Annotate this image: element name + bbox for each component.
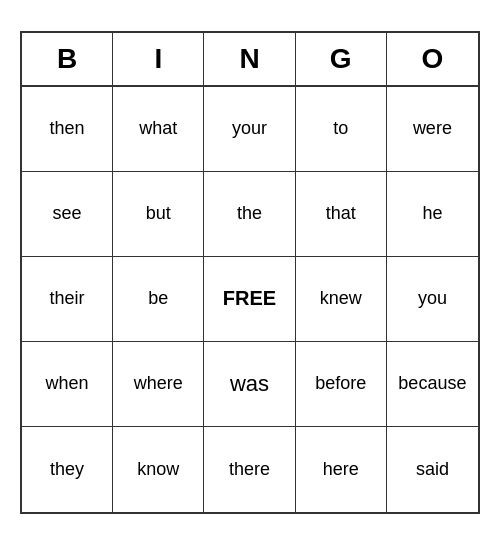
- cell-2-1[interactable]: be: [113, 257, 204, 342]
- bingo-card: B I N G O then what your to were see but…: [20, 31, 480, 514]
- header-o: O: [387, 33, 478, 85]
- cell-4-0[interactable]: they: [22, 427, 113, 512]
- cell-0-3[interactable]: to: [296, 87, 387, 172]
- header-g: G: [296, 33, 387, 85]
- cell-2-0[interactable]: their: [22, 257, 113, 342]
- cell-2-3[interactable]: knew: [296, 257, 387, 342]
- cell-1-2[interactable]: the: [204, 172, 295, 257]
- cell-0-1[interactable]: what: [113, 87, 204, 172]
- cell-3-3[interactable]: before: [296, 342, 387, 427]
- cell-1-1[interactable]: but: [113, 172, 204, 257]
- cell-1-3[interactable]: that: [296, 172, 387, 257]
- cell-4-2[interactable]: there: [204, 427, 295, 512]
- cell-4-4[interactable]: said: [387, 427, 478, 512]
- cell-1-0[interactable]: see: [22, 172, 113, 257]
- cell-free[interactable]: FREE: [204, 257, 295, 342]
- bingo-header: B I N G O: [22, 33, 478, 87]
- cell-2-4[interactable]: you: [387, 257, 478, 342]
- cell-4-1[interactable]: know: [113, 427, 204, 512]
- cell-4-3[interactable]: here: [296, 427, 387, 512]
- cell-0-4[interactable]: were: [387, 87, 478, 172]
- cell-3-2[interactable]: was: [204, 342, 295, 427]
- cell-3-0[interactable]: when: [22, 342, 113, 427]
- cell-1-4[interactable]: he: [387, 172, 478, 257]
- cell-0-0[interactable]: then: [22, 87, 113, 172]
- cell-3-1[interactable]: where: [113, 342, 204, 427]
- header-n: N: [204, 33, 295, 85]
- cell-3-4[interactable]: because: [387, 342, 478, 427]
- header-i: I: [113, 33, 204, 85]
- bingo-grid: then what your to were see but the that …: [22, 87, 478, 512]
- cell-0-2[interactable]: your: [204, 87, 295, 172]
- header-b: B: [22, 33, 113, 85]
